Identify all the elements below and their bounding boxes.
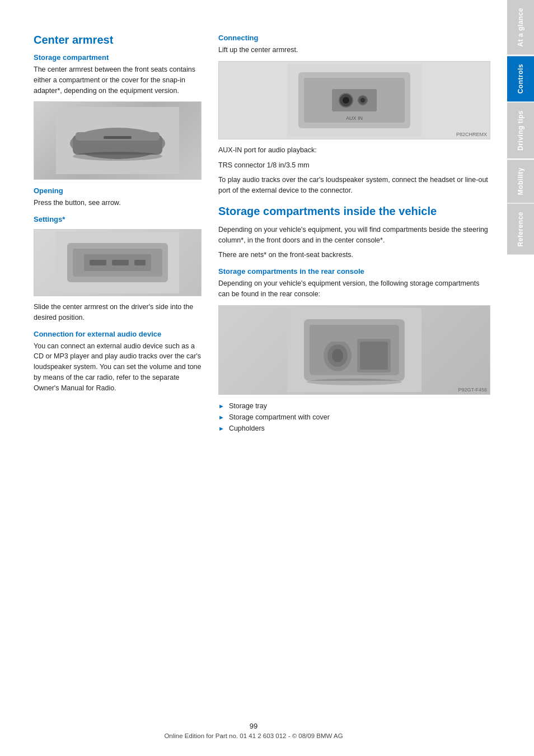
left-column: Center armrest Storage compartment The c… — [34, 34, 202, 438]
aux-image-watermark: P82CHREMX — [456, 132, 487, 137]
list-item-text: Storage tray — [229, 400, 267, 412]
svg-rect-29 — [360, 342, 388, 370]
svg-point-18 — [343, 97, 349, 104]
svg-rect-4 — [104, 136, 132, 139]
opening-text: Press the button, see arrow. — [34, 198, 202, 208]
rear-console-text: Depending on your vehicle's equipment ve… — [218, 278, 490, 300]
settings-image — [34, 229, 202, 296]
armrest-svg — [56, 107, 179, 174]
aux-text: To play audio tracks over the car's loud… — [218, 175, 490, 196]
aux-port-image: AUX IN P82CHREMX — [218, 61, 490, 139]
center-armrest-title: Center armrest — [34, 34, 202, 46]
two-column-layout: Center armrest Storage compartment The c… — [34, 34, 490, 438]
svg-rect-10 — [90, 260, 106, 265]
list-item-text: Cupholders — [229, 423, 265, 434]
right-sidebar: At a glance Controls Driving tips Mobili… — [507, 0, 534, 756]
svg-text:AUX IN: AUX IN — [346, 115, 363, 121]
opening-heading: Opening — [34, 186, 202, 195]
right-column: Connecting Lift up the center armrest. — [218, 34, 490, 438]
aux-desc-1: AUX-IN port for audio playback: — [218, 145, 490, 156]
list-item: ► Cupholders — [218, 423, 490, 434]
sidebar-tab-at-a-glance[interactable]: At a glance — [507, 0, 534, 55]
bullet-arrow-icon: ► — [218, 413, 224, 423]
armrest-image-1 — [34, 101, 202, 180]
nets-note: There are nets* on the front-seat backre… — [218, 250, 490, 260]
connection-text: You can connect an external audio device… — [34, 341, 202, 394]
footer-note: Online Edition for Part no. 01 41 2 603 … — [0, 732, 507, 739]
svg-point-31 — [307, 379, 402, 385]
sidebar-tab-label: Reference — [517, 212, 524, 247]
sidebar-tab-controls[interactable]: Controls — [507, 56, 534, 101]
rear-console-image: P92GT-F456 — [218, 305, 490, 395]
page-number: 99 — [0, 722, 507, 730]
sidebar-tab-label: Mobility — [517, 167, 524, 195]
settings-text: Slide the center armrest on the driver's… — [34, 302, 202, 323]
svg-point-5 — [73, 152, 162, 161]
bullet-list: ► Storage tray ► Storage compartment wit… — [218, 400, 490, 434]
svg-point-27 — [332, 349, 343, 362]
sidebar-tab-label: Controls — [517, 64, 524, 94]
armrest-illustration — [34, 102, 201, 179]
bullet-arrow-icon: ► — [218, 424, 224, 434]
main-content: Center armrest Storage compartment The c… — [0, 0, 507, 756]
connecting-heading: Connecting — [218, 34, 490, 42]
aux-svg: AUX IN — [287, 64, 421, 137]
storage-compartment-heading: Storage compartment — [34, 53, 202, 62]
page-container: Center armrest Storage compartment The c… — [0, 0, 534, 756]
svg-rect-30 — [310, 325, 352, 342]
sidebar-tab-label: Driving tips — [517, 110, 524, 151]
settings-heading: Settings* — [34, 215, 202, 223]
aux-desc-2: TRS connector 1/8 in/3.5 mm — [218, 160, 490, 171]
svg-rect-11 — [112, 260, 129, 265]
storage-inside-intro: Depending on your vehicle's equipment, y… — [218, 225, 490, 246]
list-item: ► Storage compartment with cover — [218, 412, 490, 423]
svg-point-20 — [360, 98, 365, 102]
sidebar-tab-label: At a glance — [517, 8, 524, 47]
sidebar-tab-driving-tips[interactable]: Driving tips — [507, 102, 534, 158]
rear-console-illustration: P92GT-F456 — [219, 306, 490, 394]
rear-svg — [287, 308, 421, 392]
page-footer: 99 Online Edition for Part no. 01 41 2 6… — [0, 722, 507, 739]
list-item-text: Storage compartment with cover — [229, 412, 330, 423]
connection-heading: Connection for external audio device — [34, 330, 202, 338]
rear-image-watermark: P92GT-F456 — [458, 387, 487, 393]
storage-compartment-text: The center armrest between the front sea… — [34, 64, 202, 96]
rear-console-heading: Storage compartments in the rear console — [218, 267, 490, 276]
sidebar-tab-reference[interactable]: Reference — [507, 204, 534, 255]
settings-svg — [56, 232, 179, 293]
settings-illustration — [34, 230, 201, 296]
storage-inside-title: Storage compartments inside the vehicle — [218, 205, 490, 218]
connecting-intro: Lift up the center armrest. — [218, 45, 490, 55]
svg-rect-12 — [134, 260, 146, 265]
sidebar-tab-mobility[interactable]: Mobility — [507, 160, 534, 203]
list-item: ► Storage tray — [218, 400, 490, 412]
aux-illustration: AUX IN P82CHREMX — [219, 62, 490, 139]
bullet-arrow-icon: ► — [218, 402, 224, 412]
